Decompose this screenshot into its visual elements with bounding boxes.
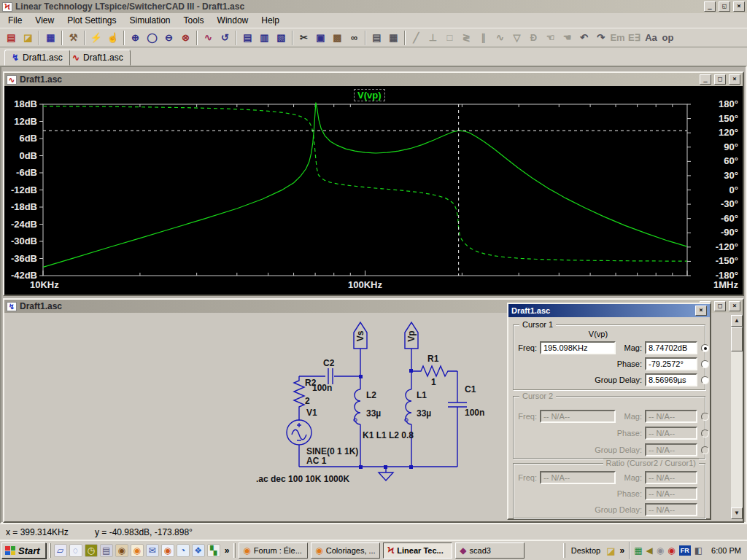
cut-button[interactable]: ✂: [295, 30, 312, 46]
mail-icon[interactable]: ✉: [146, 544, 159, 557]
firefox-icon[interactable]: ◉: [131, 544, 144, 557]
redo-button[interactable]: ↷: [592, 30, 609, 46]
cursor1-mag-radio[interactable]: [701, 344, 709, 352]
y-left-tick-label: 0dB: [19, 150, 37, 161]
spice-directive-button[interactable]: op: [659, 30, 676, 46]
main-restore-button[interactable]: ◱: [719, 1, 730, 12]
draw-wire-button[interactable]: ╱: [408, 30, 425, 46]
menu-window[interactable]: Window: [211, 14, 255, 27]
place-label-button[interactable]: □: [441, 30, 458, 46]
remote-tray-icon[interactable]: ▦: [634, 545, 642, 556]
scheduler-icon[interactable]: ◷: [85, 544, 98, 557]
menu-view[interactable]: View: [28, 14, 61, 27]
control-panel-button[interactable]: ⚒: [65, 30, 82, 46]
tile-horizontally-button[interactable]: ▤: [239, 30, 256, 46]
mirror-button[interactable]: Em: [609, 30, 626, 46]
taskbar-clock[interactable]: 6:00 PM: [710, 546, 746, 555]
print-preview-button[interactable]: ▤: [368, 30, 385, 46]
menu-tools[interactable]: Tools: [177, 14, 211, 27]
taskbar-task-coloriages[interactable]: ◉Coloriages, ...: [311, 542, 380, 559]
browser-icon[interactable]: ◉: [115, 544, 128, 557]
bode-plot[interactable]: 18dB12dB6dB0dB-6dB-12dB-18dB-24dB-30dB-3…: [4, 86, 743, 295]
save-button[interactable]: ▦: [42, 30, 59, 46]
language-indicator[interactable]: FR: [679, 545, 691, 556]
search-icon[interactable]: ◌: [69, 544, 82, 557]
print-button[interactable]: ▦: [385, 30, 402, 46]
run-button[interactable]: ⚡: [88, 30, 104, 46]
autorange-y-axis-button[interactable]: ∿: [200, 30, 217, 46]
menu-help[interactable]: Help: [255, 14, 286, 27]
undo-zoom-button[interactable]: ⊗: [177, 30, 194, 46]
tab-schematic-draft1[interactable]: ↯ Draft1.asc: [4, 50, 70, 66]
desktop-toolbar-label[interactable]: Desktop: [568, 546, 603, 555]
undo-button[interactable]: ↶: [576, 30, 592, 46]
rotate-button[interactable]: E∃: [626, 30, 643, 46]
taskbar-task-forum[interactable]: ◉Forum : Éle...: [239, 542, 308, 559]
desktop-folder-icon[interactable]: ◪: [606, 545, 615, 556]
volume-tray-icon[interactable]: ◀: [646, 545, 652, 556]
cursor1-gd-field[interactable]: 8.56969µs: [645, 373, 697, 386]
place-ground-button[interactable]: ⊥: [425, 30, 441, 46]
notes-icon[interactable]: ▤: [100, 544, 113, 557]
pointer-tray-icon[interactable]: ◉: [657, 545, 664, 556]
pictures-icon[interactable]: ▚: [207, 544, 220, 557]
v-vp-magnitude-curve[interactable]: [43, 103, 687, 268]
zoom-out-button[interactable]: ⊖: [160, 30, 177, 46]
drag-button[interactable]: ☚: [559, 30, 576, 46]
place-inductor-button[interactable]: ∿: [492, 30, 508, 46]
security-tray-icon[interactable]: ◧: [694, 545, 703, 556]
scroll-up-button[interactable]: ▲: [731, 315, 743, 327]
find-button[interactable]: ∞: [346, 30, 363, 46]
plot-settings-button[interactable]: ↺: [217, 30, 233, 46]
main-minimize-button[interactable]: _: [704, 1, 716, 12]
quick-launch-overflow-chevron[interactable]: »: [223, 545, 231, 556]
cursor1-mag-field[interactable]: 8.74702dB: [645, 341, 697, 354]
open-button[interactable]: ◪: [20, 30, 36, 46]
schematic-maximize-button[interactable]: □: [714, 301, 726, 311]
start-button[interactable]: Start: [1, 542, 46, 559]
copy-button[interactable]: ▣: [312, 30, 329, 46]
place-capacitor-button[interactable]: ∥: [475, 30, 492, 46]
waveform-close-button[interactable]: ×: [729, 74, 740, 85]
media-player-icon[interactable]: ◉: [161, 544, 174, 557]
menu-simulation[interactable]: Simulation: [123, 14, 177, 27]
place-component-button[interactable]: Ð: [525, 30, 542, 46]
waveform-maximize-button[interactable]: □: [714, 74, 726, 85]
cursor1-phase-field[interactable]: -79.2572°: [645, 357, 697, 370]
zoom-full-extents-button[interactable]: ◯: [144, 30, 160, 46]
zoom-in-button[interactable]: ⊕: [127, 30, 144, 46]
tile-vertically-button[interactable]: ▥: [256, 30, 273, 46]
menu-plot-settings[interactable]: Plot Settings: [61, 14, 123, 27]
menu-file[interactable]: File: [1, 14, 28, 27]
waveform-minimize-button[interactable]: _: [700, 74, 711, 85]
halt-icon: ☝: [107, 33, 118, 42]
desktop-overflow-chevron[interactable]: »: [618, 545, 626, 556]
taskbar-task-ltspice[interactable]: ϞLinear Tec...: [383, 542, 452, 559]
new-schematic-button[interactable]: ▤: [3, 30, 20, 46]
text-button[interactable]: Aa: [643, 30, 659, 46]
schematic-close-button[interactable]: ×: [729, 301, 740, 311]
place-diode-button[interactable]: ▽: [508, 30, 525, 46]
cursor1-gd-radio[interactable]: [701, 376, 709, 384]
scroll-down-button[interactable]: ▼: [731, 508, 743, 519]
plot-legend-vvp[interactable]: V(vp): [354, 89, 385, 101]
label-r1: R1: [427, 354, 439, 364]
show-desktop-icon[interactable]: ▱: [54, 544, 67, 557]
scroll-thumb[interactable]: [731, 327, 743, 351]
taskbar-task-scad3[interactable]: ◆scad3: [455, 542, 525, 559]
paste-button[interactable]: ▩: [329, 30, 346, 46]
main-close-button[interactable]: ×: [733, 1, 745, 12]
updates-icon[interactable]: ❖: [192, 544, 205, 557]
schematic-vscrollbar[interactable]: ▲ ▼: [731, 315, 743, 519]
y-left-tick-label: -36dB: [11, 253, 37, 264]
halt-button[interactable]: ☝: [104, 30, 121, 46]
tab-waveform-draft1[interactable]: ∿ Draft1.asc: [65, 50, 131, 66]
place-resistor-button[interactable]: ≷: [458, 30, 475, 46]
move-button[interactable]: ☜: [542, 30, 559, 46]
quicktime-icon[interactable]: ◔: [177, 544, 190, 557]
net-label-vs: Vs: [355, 330, 365, 341]
antivirus-tray-icon[interactable]: ◉: [667, 545, 675, 556]
cursor-dialog-close-button[interactable]: ×: [695, 306, 707, 316]
cascade-windows-button[interactable]: ▧: [273, 30, 290, 46]
cursor1-phase-radio[interactable]: [701, 360, 709, 368]
